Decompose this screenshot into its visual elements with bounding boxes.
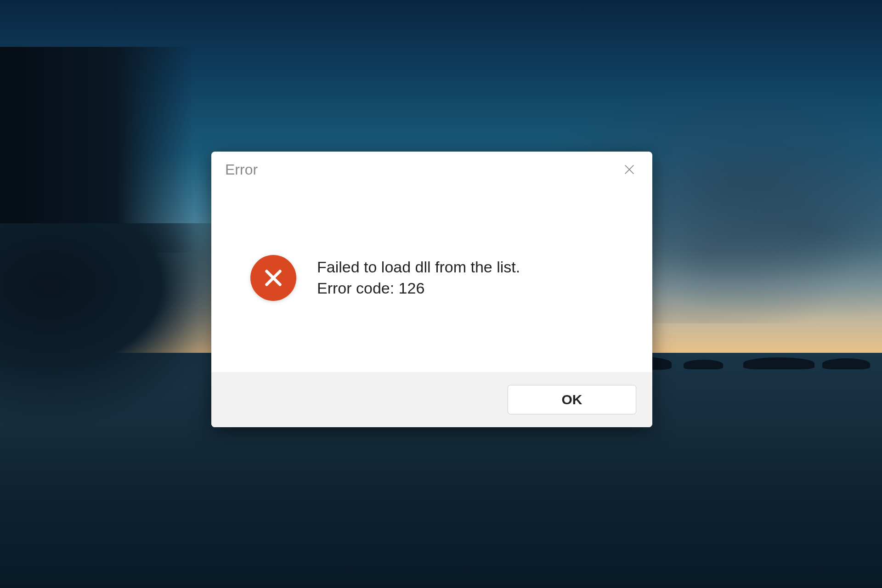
dialog-titlebar[interactable]: Error: [211, 152, 652, 184]
dialog-footer: OK: [211, 372, 652, 427]
wallpaper-building: [0, 47, 194, 253]
error-dialog: Error Failed to load dll from the list. …: [211, 152, 652, 427]
close-button[interactable]: [620, 160, 639, 179]
wallpaper-rocks: [0, 223, 247, 429]
close-icon: [623, 163, 636, 176]
dialog-title: Error: [225, 161, 258, 178]
error-icon-wrapper: [248, 253, 299, 303]
error-icon: [250, 255, 296, 301]
error-message-line1: Failed to load dll from the list.: [317, 257, 520, 278]
dialog-body: Failed to load dll from the list. Error …: [211, 184, 652, 372]
x-icon: [262, 266, 285, 289]
ok-button[interactable]: OK: [508, 385, 636, 414]
error-message: Failed to load dll from the list. Error …: [317, 257, 520, 299]
error-message-line2: Error code: 126: [317, 278, 520, 299]
